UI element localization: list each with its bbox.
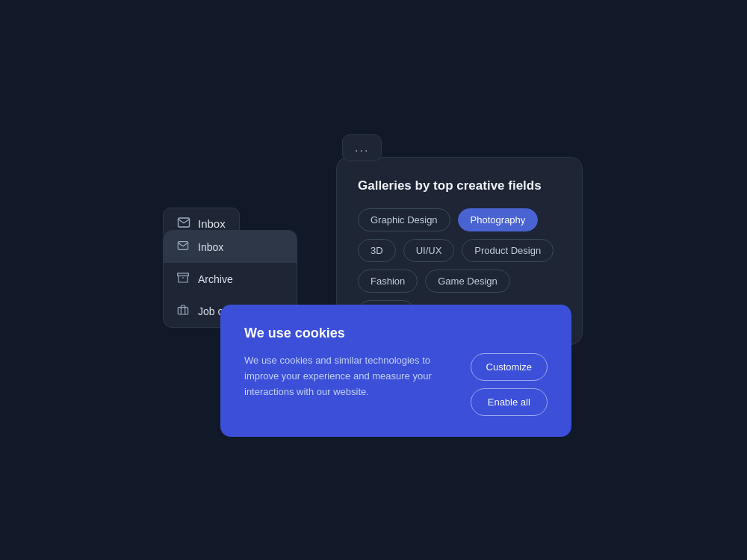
customize-button[interactable]: Customize [471,353,548,381]
dropdown-item-archive[interactable]: Archive [164,263,297,295]
tag-fashion[interactable]: Fashion [358,270,418,293]
inbox-icon [177,240,189,254]
svg-rect-0 [178,273,189,276]
dropdown-item-label: Inbox [198,241,223,253]
cookie-body: We use cookies and similar technologies … [244,353,548,416]
enable-all-button[interactable]: Enable all [471,388,548,416]
cookie-banner: We use cookies We use cookies and simila… [220,305,571,437]
more-button[interactable]: ... [342,134,382,161]
tag-uiux[interactable]: UI/UX [403,239,455,262]
inbox-icon [177,216,190,231]
cookie-buttons: Customize Enable all [471,353,548,416]
tag-graphic-design[interactable]: Graphic Design [358,208,450,231]
tag-product-design[interactable]: Product Design [462,239,554,262]
galleries-title: Galleries by top creative fields [358,178,561,193]
briefcase-icon [177,304,189,318]
tag-3d[interactable]: 3D [358,239,396,262]
dropdown-item-inbox[interactable]: Inbox [164,231,297,263]
ellipsis-icon: ... [355,141,369,154]
cookie-description: We use cookies and similar technologies … [244,353,456,399]
inbox-floating-label: Inbox [198,217,226,230]
cookie-title: We use cookies [244,326,548,341]
tag-photography[interactable]: Photography [458,208,539,231]
archive-icon [177,272,189,286]
svg-rect-2 [178,308,187,314]
dropdown-item-label: Archive [198,273,233,285]
tag-game-design[interactable]: Game Design [425,270,509,293]
